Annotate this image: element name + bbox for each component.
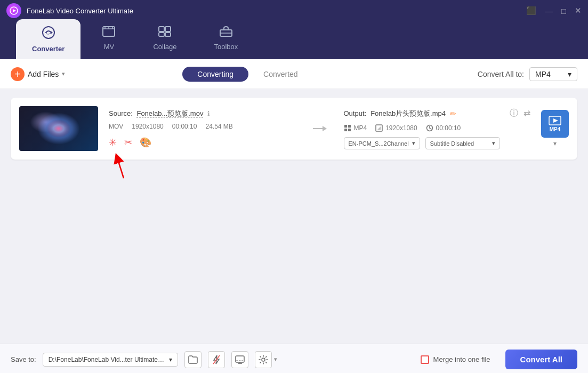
output-area: Output: Fonelab片头预览版.mp4 ✏ ⓘ ⇄ MP4 (344, 108, 531, 149)
add-files-button[interactable]: + Add Files ▾ (11, 67, 65, 81)
svg-point-37 (262, 358, 265, 361)
titlebar-left: FoneLab Video Converter Ultimate (6, 3, 133, 18)
audio-track-select[interactable]: EN-PCM_S...2Channel ▾ (344, 137, 420, 149)
source-info-icon[interactable]: ℹ (207, 110, 210, 117)
source-filename: Fonelab...预览版.mov (136, 109, 203, 118)
app-icon (6, 3, 21, 18)
file-format: MOV (109, 123, 123, 130)
subtitle-select[interactable]: Subtitle Disabled ▾ (425, 137, 500, 149)
svg-rect-33 (236, 356, 244, 362)
toolbox-icon (219, 26, 233, 41)
settings-button[interactable] (255, 351, 272, 368)
output-format: MP4 (354, 124, 367, 132)
merge-area: Merge into one file (421, 355, 490, 364)
svg-line-17 (117, 158, 124, 178)
collage-icon (158, 26, 172, 41)
effects-icon[interactable]: ✳ (109, 137, 117, 148)
output-label: Output: (344, 109, 367, 117)
output-resolution-item: 1920x1080 (375, 124, 417, 132)
save-path-value: D:\FoneLab\FoneLab Vid...ter Ultimate\Co… (49, 356, 166, 363)
output-resolution: 1920x1080 (385, 124, 417, 132)
flash-off-button[interactable] (208, 351, 225, 368)
file-list-area: Source: Fonelab...预览版.mov ℹ MOV 1920x108… (0, 89, 588, 344)
svg-rect-20 (344, 125, 347, 128)
convert-all-to: Convert All to: MP4 ▾ (478, 67, 577, 81)
subtitle-chevron: ▾ (492, 140, 495, 147)
output-dropdowns: EN-PCM_S...2Channel ▾ Subtitle Disabled … (344, 137, 531, 149)
red-arrow-annotation (113, 147, 145, 179)
tab-converter[interactable]: Converter (16, 19, 80, 59)
svg-rect-23 (348, 129, 351, 131)
svg-point-15 (45, 119, 72, 138)
output-top: Output: Fonelab片头预览版.mp4 ✏ ⓘ ⇄ (344, 108, 531, 119)
action-annotation: ✳ ✂ 🎨 (109, 134, 296, 148)
main-area: + Add Files ▾ Converting Converted Conve… (0, 59, 588, 344)
svg-marker-1 (13, 9, 16, 12)
captions-icon[interactable]: ⬛ (526, 6, 536, 15)
minimize-button[interactable]: — (545, 6, 553, 15)
format-chevron: ▾ (568, 70, 571, 78)
add-files-chevron: ▾ (62, 70, 65, 77)
converting-tab[interactable]: Converting (182, 67, 248, 82)
screen-button[interactable] (231, 351, 248, 368)
save-path-select[interactable]: D:\FoneLab\FoneLab Vid...ter Ultimate\Co… (43, 353, 178, 367)
mv-icon (102, 26, 116, 41)
format-value: MP4 (535, 70, 551, 78)
source-label: Source: Fonelab...预览版.mov (109, 109, 203, 118)
merge-checkbox[interactable] (421, 355, 429, 364)
format-badge: MP4 (541, 110, 569, 138)
edit-filename-icon[interactable]: ✏ (450, 109, 456, 118)
tab-collage-label: Collage (153, 43, 176, 51)
close-button[interactable]: ✕ (575, 6, 582, 15)
file-actions: ✳ ✂ 🎨 (109, 137, 296, 148)
tab-collage[interactable]: Collage (137, 21, 192, 59)
output-format-item: MP4 (344, 124, 367, 132)
convert-all-button[interactable]: Convert All (505, 350, 577, 369)
format-badge-text: MP4 (550, 126, 561, 132)
file-source-info: Source: Fonelab...预览版.mov ℹ MOV 1920x108… (109, 109, 296, 148)
output-duration-item: 00:00:10 (426, 124, 461, 132)
converter-icon (42, 26, 55, 43)
tab-mv-label: MV (104, 43, 115, 51)
settings-more-chevron[interactable]: ▾ (274, 356, 277, 363)
svg-rect-22 (344, 129, 347, 131)
merge-label: Merge into one file (433, 355, 490, 363)
svg-line-28 (430, 128, 431, 129)
audio-track-chevron: ▾ (412, 140, 415, 147)
save-path-chevron: ▾ (169, 356, 172, 363)
add-plus-icon: + (11, 67, 25, 81)
file-meta: MOV 1920x1080 00:00:10 24.54 MB (109, 123, 296, 130)
svg-marker-19 (323, 126, 327, 131)
maximize-button[interactable]: □ (561, 6, 566, 15)
tab-converter-label: Converter (32, 45, 65, 53)
audio-track-value: EN-PCM_S...2Channel (349, 140, 409, 147)
tab-toolbox[interactable]: Toolbox (198, 21, 254, 59)
output-swap-icon[interactable]: ⇄ (523, 108, 530, 119)
file-size: 24.54 MB (205, 123, 232, 130)
svg-marker-30 (553, 118, 558, 123)
source-row: Source: Fonelab...预览版.mov ℹ (109, 109, 296, 118)
svg-rect-9 (159, 27, 164, 31)
mp4-badge-icon (549, 116, 561, 126)
output-meta: MP4 1920x1080 00:00:10 (344, 124, 531, 132)
svg-rect-10 (165, 27, 171, 31)
file-resolution: 1920x1080 (132, 123, 163, 130)
browse-folder-button[interactable] (184, 351, 202, 368)
cut-icon[interactable]: ✂ (124, 137, 132, 148)
format-badge-chevron[interactable]: ▾ (553, 140, 557, 147)
tab-mv[interactable]: MV (86, 21, 132, 59)
format-badge-area: MP4 ▾ (541, 110, 569, 147)
file-duration: 00:00:10 (172, 123, 197, 130)
thumbnail (19, 106, 98, 151)
converting-tabs: Converting Converted (182, 67, 312, 82)
output-duration: 00:00:10 (436, 124, 461, 132)
palette-icon[interactable]: 🎨 (140, 137, 151, 148)
tab-toolbox-label: Toolbox (214, 43, 238, 51)
format-select[interactable]: MP4 ▾ (529, 67, 577, 81)
output-filename: Fonelab片头预览版.mp4 (370, 109, 446, 118)
converted-tab[interactable]: Converted (248, 67, 313, 82)
output-info-icon[interactable]: ⓘ (510, 108, 518, 119)
svg-rect-21 (348, 125, 351, 128)
svg-marker-25 (377, 126, 381, 130)
convert-all-to-label: Convert All to: (478, 70, 524, 78)
